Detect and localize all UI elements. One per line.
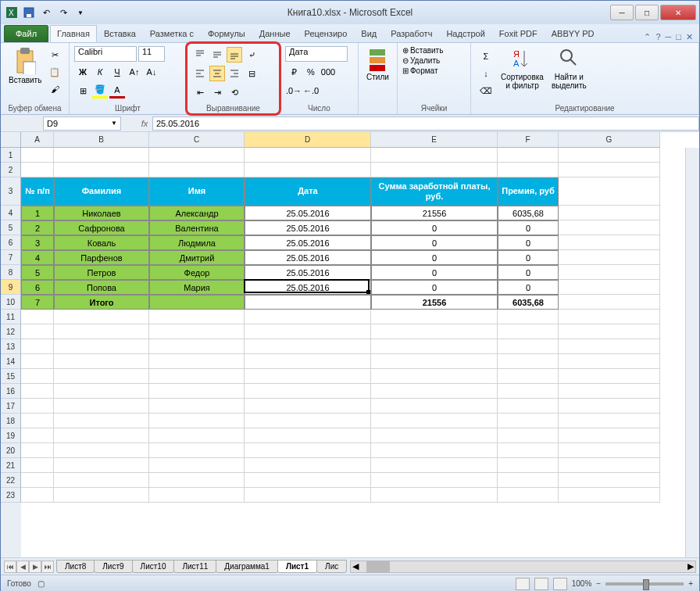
font-color-icon[interactable]: A [109, 83, 125, 98]
styles-button[interactable]: Стили [363, 46, 392, 83]
row-header[interactable]: 5 [1, 220, 21, 235]
cell[interactable] [149, 414, 245, 428]
cell[interactable] [559, 177, 660, 206]
cell[interactable] [559, 148, 660, 163]
cell[interactable] [559, 369, 660, 384]
cell[interactable] [245, 148, 371, 163]
find-select-button[interactable]: Найти и выделить [548, 46, 590, 91]
cell[interactable] [21, 354, 54, 369]
save-icon[interactable] [21, 5, 37, 20]
cell[interactable] [245, 369, 371, 384]
cell[interactable]: 21556 [371, 206, 498, 220]
align-right-icon[interactable] [227, 66, 242, 81]
cell[interactable] [149, 354, 245, 369]
cell[interactable] [21, 339, 54, 354]
cell[interactable] [498, 369, 559, 384]
cell[interactable]: 3 [21, 235, 54, 250]
tab-first-icon[interactable]: ⏮ [4, 561, 16, 573]
underline-icon[interactable]: Ч [109, 64, 125, 80]
cell[interactable]: 0 [371, 220, 498, 235]
cell[interactable]: Федор [149, 265, 245, 280]
cell[interactable] [498, 163, 559, 177]
cell[interactable] [149, 399, 245, 414]
cell[interactable] [498, 339, 559, 354]
cell[interactable] [54, 339, 149, 354]
row-header[interactable]: 21 [1, 458, 21, 473]
cell[interactable] [559, 295, 660, 310]
sheet-tab[interactable]: Лист8 [56, 560, 95, 573]
close-button[interactable]: ✕ [660, 5, 696, 20]
sheet-tab[interactable]: Лист9 [94, 560, 132, 573]
cell[interactable] [21, 488, 54, 503]
cell[interactable]: 1 [21, 206, 54, 220]
tab-prev-icon[interactable]: ◀ [16, 561, 29, 573]
tab-addins[interactable]: Надстрой [439, 25, 491, 42]
cell[interactable] [559, 250, 660, 265]
cell[interactable] [371, 473, 498, 488]
fx-icon[interactable]: fx [137, 119, 152, 128]
name-box[interactable]: D9▼ [43, 116, 121, 131]
cell[interactable]: Петров [54, 265, 149, 280]
cell[interactable] [559, 384, 660, 399]
tab-last-icon[interactable]: ⏭ [41, 561, 54, 573]
cell[interactable] [54, 163, 149, 177]
row-header[interactable]: 18 [1, 414, 21, 428]
cell[interactable] [559, 443, 660, 458]
cell[interactable] [559, 235, 660, 250]
cell[interactable]: 25.05.2016 [245, 235, 371, 250]
cell[interactable] [371, 324, 498, 339]
sheet-tab[interactable]: Лист10 [132, 560, 175, 573]
decrease-indent-icon[interactable]: ⇤ [192, 84, 208, 100]
align-top-icon[interactable] [192, 47, 208, 63]
cell[interactable]: 0 [371, 235, 498, 250]
cell[interactable] [21, 324, 54, 339]
cell[interactable] [245, 488, 371, 503]
cell[interactable] [21, 369, 54, 384]
cell[interactable]: Имя [149, 177, 245, 206]
cell[interactable] [371, 428, 498, 443]
row-header[interactable]: 8 [1, 265, 21, 280]
cell[interactable] [149, 369, 245, 384]
italic-icon[interactable]: К [92, 64, 108, 80]
cell[interactable] [54, 414, 149, 428]
cell[interactable]: 25.05.2016 [245, 250, 371, 265]
zoom-out-icon[interactable]: − [596, 579, 601, 588]
row-header[interactable]: 16 [1, 384, 21, 399]
tab-file[interactable]: Файл [4, 25, 48, 42]
minimize-ribbon-icon[interactable]: ⌃ [644, 32, 651, 42]
grow-font-icon[interactable]: A↑ [127, 64, 142, 80]
delete-cell-icon[interactable]: ⊖ [402, 56, 409, 65]
col-header-D[interactable]: D [245, 132, 371, 148]
cell[interactable] [498, 354, 559, 369]
row-header[interactable]: 15 [1, 369, 21, 384]
view-normal-icon[interactable] [516, 578, 530, 590]
cell[interactable] [245, 473, 371, 488]
cell[interactable] [245, 458, 371, 473]
cell[interactable] [559, 428, 660, 443]
row-header[interactable]: 20 [1, 443, 21, 458]
cell[interactable] [371, 310, 498, 324]
cell[interactable] [371, 339, 498, 354]
cell[interactable] [54, 354, 149, 369]
cell[interactable] [54, 384, 149, 399]
cell[interactable]: 7 [21, 295, 54, 310]
cell[interactable] [21, 163, 54, 177]
insert-cell-icon[interactable]: ⊕ [402, 46, 409, 55]
cell[interactable] [54, 399, 149, 414]
cell[interactable]: Людмила [149, 235, 245, 250]
ribbon-min-window-icon[interactable]: ─ [666, 32, 672, 42]
cell[interactable] [559, 339, 660, 354]
cell[interactable] [54, 443, 149, 458]
cell[interactable] [245, 163, 371, 177]
cell[interactable] [371, 384, 498, 399]
bold-icon[interactable]: Ж [75, 64, 91, 80]
cell[interactable] [559, 354, 660, 369]
cell[interactable] [149, 488, 245, 503]
cell[interactable]: 0 [498, 250, 559, 265]
tab-layout[interactable]: Разметка с [143, 25, 201, 42]
row-header[interactable]: 9 [1, 280, 21, 295]
cell[interactable] [559, 458, 660, 473]
cell[interactable] [149, 339, 245, 354]
cell[interactable] [149, 324, 245, 339]
increase-indent-icon[interactable]: ⇥ [209, 84, 225, 100]
